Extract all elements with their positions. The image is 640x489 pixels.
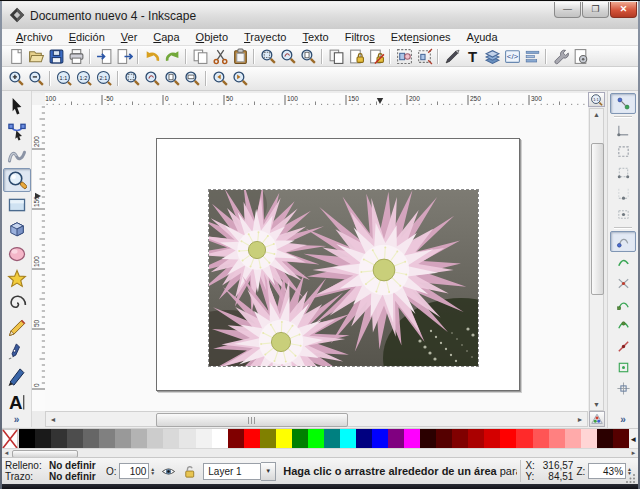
snap-object-centers-button[interactable] (610, 357, 636, 378)
palette-swatch[interactable] (35, 429, 51, 449)
restore-button[interactable]: ❐ (582, 2, 609, 18)
import-button[interactable] (94, 47, 114, 66)
document-properties-button[interactable] (570, 47, 590, 66)
group-button[interactable] (394, 47, 414, 66)
print-button[interactable] (66, 47, 86, 66)
new-document-button[interactable] (6, 47, 26, 66)
palette-swatch[interactable] (99, 429, 115, 449)
selector-button[interactable] (3, 94, 31, 119)
palette-swatch[interactable] (83, 429, 99, 449)
vertical-scrollbar[interactable]: ▲ ▼ (589, 108, 604, 411)
tweak-button[interactable] (3, 143, 31, 168)
palette-swatch[interactable] (212, 429, 228, 449)
menu-ayuda[interactable]: Ayuda (459, 30, 506, 44)
scroll-right-arrow-icon[interactable]: ► (574, 413, 586, 425)
palette-swatch[interactable] (581, 429, 597, 449)
star-button[interactable] (3, 266, 31, 291)
ungroup-button[interactable] (414, 47, 434, 66)
palette-swatch[interactable] (179, 429, 195, 449)
zoom-page-width-button[interactable] (182, 69, 202, 88)
palette-swatch[interactable] (436, 429, 452, 449)
toolbox-overflow-button[interactable]: » (14, 414, 20, 427)
zoom-previous-button[interactable] (210, 69, 230, 88)
save-button[interactable] (46, 47, 66, 66)
close-button[interactable]: ✕ (610, 2, 637, 18)
zoom-selection-button[interactable] (122, 69, 142, 88)
snap-bbox-corners-button[interactable] (610, 162, 636, 183)
title-bar[interactable]: Documento nuevo 4 - Inkscape —❐✕ (0, 2, 640, 30)
zoom-drawing-button[interactable] (142, 69, 162, 88)
palette-swatch[interactable] (228, 429, 244, 449)
text-tool-button[interactable]: A (3, 389, 31, 414)
palette-swatch[interactable] (516, 429, 532, 449)
text-button[interactable]: T (462, 47, 482, 66)
palette-swatch[interactable] (115, 429, 131, 449)
zoom-page-button[interactable] (162, 69, 182, 88)
horizontal-scrollbar[interactable]: ◄ ► (45, 411, 588, 427)
layers-button[interactable] (482, 47, 502, 66)
undo-button[interactable] (142, 47, 162, 66)
palette-swatch[interactable] (196, 429, 212, 449)
horizontal-scroll-thumb[interactable] (156, 413, 348, 427)
layer-dropdown-arrow-icon[interactable]: ▼ (261, 462, 276, 481)
opacity-spinner[interactable]: ▲▼ (150, 467, 155, 475)
palette-swatch[interactable] (19, 429, 35, 449)
layer-visibility-eye-icon[interactable] (161, 464, 176, 479)
current-layer[interactable]: Layer 1 (203, 463, 261, 480)
clone-button[interactable] (346, 47, 366, 66)
menu-texto[interactable]: Texto (294, 30, 336, 44)
color-managed-display-toggle[interactable] (589, 411, 605, 427)
palette-swatch[interactable] (244, 429, 260, 449)
rectangle-button[interactable] (3, 192, 31, 217)
palette-swatch[interactable] (420, 429, 436, 449)
pencil-button[interactable] (3, 315, 31, 340)
spiral-button[interactable] (3, 291, 31, 316)
palette-swatch[interactable] (533, 429, 549, 449)
palette-swatch[interactable] (597, 429, 613, 449)
palette-scroll-left-icon[interactable]: ◄ (2, 449, 11, 457)
zoom-out-button[interactable] (26, 69, 46, 88)
bezier-pen-button[interactable] (3, 340, 31, 365)
minimize-button[interactable]: — (554, 2, 581, 18)
palette-swatch[interactable] (308, 429, 324, 449)
unlink-clone-button[interactable] (366, 47, 386, 66)
palette-scroll-right-icon[interactable]: ► (629, 449, 638, 457)
palette-swatch[interactable] (404, 429, 420, 449)
snap-enable-button[interactable] (610, 93, 636, 114)
copy-button[interactable] (190, 47, 210, 66)
zoom-selection-button[interactable] (258, 47, 278, 66)
ellipse-button[interactable] (3, 242, 31, 267)
snapbar-overflow-button[interactable]: » (620, 414, 626, 429)
scroll-down-arrow-icon[interactable]: ▼ (590, 399, 603, 410)
zoom-1-2-button[interactable]: 1:2 (74, 69, 94, 88)
open-button[interactable] (26, 47, 46, 66)
palette-swatch[interactable] (452, 429, 468, 449)
flower-image[interactable] (208, 189, 479, 367)
zoom-1-1-button[interactable]: 1:1 (54, 69, 74, 88)
canvas[interactable] (45, 105, 588, 411)
paste-button[interactable] (230, 47, 250, 66)
palette-swatch[interactable] (51, 429, 67, 449)
zoom-2-1-button[interactable]: 2:1 (94, 69, 114, 88)
scroll-up-arrow-icon[interactable]: ▲ (590, 109, 603, 120)
menu-edicin[interactable]: Edición (61, 30, 113, 44)
palette-swatch[interactable] (67, 429, 83, 449)
palette-swatch[interactable] (147, 429, 163, 449)
scroll-left-arrow-icon[interactable]: ◄ (47, 413, 59, 425)
palette-swatch[interactable] (549, 429, 565, 449)
menu-filtros[interactable]: Filtros (337, 30, 383, 44)
zoom-tool-button[interactable] (3, 168, 31, 193)
menu-capa[interactable]: Capa (145, 30, 187, 44)
palette-swatch[interactable] (500, 429, 516, 449)
palette-swatch[interactable] (613, 429, 629, 449)
snap-bbox-edge-midpoints-button[interactable] (610, 183, 636, 204)
duplicate-button[interactable] (326, 47, 346, 66)
xml-editor-button[interactable]: </> (502, 47, 522, 66)
snap-cusp-nodes-button[interactable] (610, 294, 636, 315)
palette-swatch[interactable] (260, 429, 276, 449)
palette-swatch[interactable] (292, 429, 308, 449)
snap-smooth-nodes-button[interactable] (610, 315, 636, 336)
snap-bbox-centers-button[interactable] (610, 204, 636, 225)
menu-objeto[interactable]: Objeto (188, 30, 236, 44)
preferences-button[interactable] (550, 47, 570, 66)
